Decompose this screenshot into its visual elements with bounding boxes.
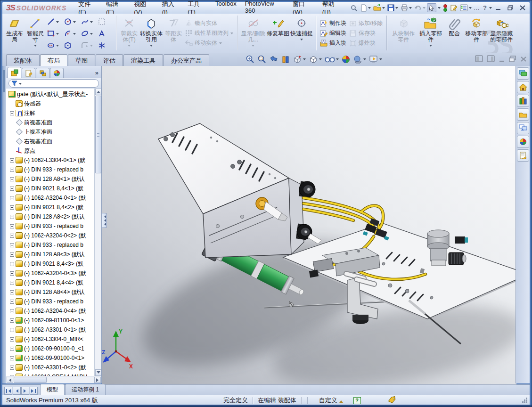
- tree-item[interactable]: (-) 1062-A3204-0<2> (默: [6, 231, 94, 240]
- tree-item[interactable]: (-) DIN 128 A8<4> (默认: [6, 287, 94, 297]
- tree-item[interactable]: 注解: [6, 108, 94, 118]
- knob-upper[interactable]: [299, 181, 315, 198]
- offset-entities-button[interactable]: 等距实体: [164, 14, 183, 52]
- dropdown-caret[interactable]: [252, 45, 254, 48]
- units-caret[interactable]: [339, 399, 343, 403]
- filter-caret[interactable]: [19, 83, 22, 86]
- scroll-right-button[interactable]: [94, 377, 101, 383]
- tree-item[interactable]: (-) 1062-09-90100-0_<1: [6, 344, 94, 353]
- tab-assembly[interactable]: 装配体: [6, 54, 40, 67]
- expand-toggle[interactable]: [10, 347, 14, 351]
- panel-overflow-chevron[interactable]: »: [92, 69, 101, 78]
- tree-item[interactable]: 传感器: [6, 99, 94, 108]
- last-tab-button[interactable]: [30, 387, 38, 395]
- toggle-states-icon[interactable]: [442, 4, 449, 12]
- insert-components-button[interactable]: 插入零部件: [418, 14, 443, 52]
- tags-icon[interactable]: [387, 396, 397, 405]
- quick-snaps-button[interactable]: 快速捕捉: [290, 14, 313, 52]
- dropdown-caret[interactable]: [128, 45, 131, 48]
- expand-toggle[interactable]: [10, 375, 14, 376]
- view-palette-tab[interactable]: [517, 122, 529, 134]
- expand-toggle[interactable]: [10, 309, 14, 313]
- undo-button[interactable]: [413, 4, 426, 12]
- zoom-to-fit-button[interactable]: [246, 55, 254, 64]
- view-settings-button[interactable]: [369, 55, 382, 64]
- select-entities-tool[interactable]: [97, 16, 114, 28]
- tree-item[interactable]: (-) DIN 933 - replaced b: [6, 297, 94, 306]
- scroll-left-button[interactable]: [7, 377, 13, 383]
- tree-item[interactable]: (-) DIN 9021 8,4<2> (默: [6, 203, 94, 212]
- slot-tool[interactable]: [46, 40, 63, 51]
- generate-layout-button[interactable]: 生成布局: [5, 14, 25, 52]
- units-selector[interactable]: 自定义: [319, 396, 337, 405]
- expand-toggle[interactable]: [10, 300, 14, 304]
- apply-scene-button[interactable]: [353, 55, 366, 64]
- tree-item[interactable]: (-) DIN 128 A8<3> (默认: [6, 250, 94, 259]
- show-left-pane-button[interactable]: [475, 55, 483, 64]
- tree-item[interactable]: 上视基准面: [6, 127, 94, 137]
- dropdown-caret[interactable]: [429, 45, 432, 48]
- motion-study-tab[interactable]: 运动算例 1: [65, 384, 106, 395]
- previous-view-button[interactable]: [269, 55, 278, 64]
- edit-block-button[interactable]: 编辑块: [320, 29, 346, 37]
- configuration-manager-tab[interactable]: [36, 68, 49, 78]
- forum-tab[interactable]: [517, 67, 529, 80]
- expand-toggle[interactable]: [10, 187, 14, 191]
- text-tool[interactable]: [97, 28, 114, 40]
- sketch-point-tool[interactable]: [97, 40, 114, 51]
- make-part-from-block-button[interactable]: 从块制作零件: [390, 14, 417, 52]
- expand-toggle[interactable]: [10, 243, 14, 247]
- hide-show-items-button[interactable]: [325, 56, 339, 63]
- doc-restore-button[interactable]: [509, 56, 516, 64]
- tab-sketch[interactable]: 草图: [68, 54, 95, 67]
- tree-item[interactable]: (-) 196912 CPE14-M1BH: [6, 372, 94, 376]
- tree-item[interactable]: (-) DIN 9021 8,4<3> (默: [6, 259, 94, 269]
- tab-layout[interactable]: 布局: [40, 54, 67, 67]
- tree-item[interactable]: (-) 1062-A3204-0<3> (默: [6, 269, 94, 278]
- smart-dimension-button[interactable]: 智能尺寸: [25, 14, 45, 52]
- expand-toggle[interactable]: [10, 168, 14, 172]
- first-tab-button[interactable]: [4, 387, 12, 395]
- mirror-entities-button[interactable]: 镜向实体: [185, 19, 233, 27]
- expand-toggle[interactable]: [10, 224, 14, 228]
- convert-entities-button[interactable]: 转换实体引用: [140, 14, 163, 52]
- ellipse-tool[interactable]: [80, 28, 97, 40]
- make-block-button[interactable]: 制作块: [320, 19, 346, 27]
- print-button[interactable]: [400, 4, 413, 12]
- zoom-to-area-button[interactable]: [257, 55, 266, 64]
- dropdown-caret[interactable]: [300, 39, 303, 42]
- file-explorer-tab[interactable]: [517, 108, 529, 121]
- mate-button[interactable]: 配合: [444, 14, 464, 52]
- select-tool-caret[interactable]: [437, 5, 442, 11]
- expand-toggle[interactable]: [10, 271, 14, 276]
- expand-toggle[interactable]: [10, 337, 14, 342]
- tab-evaluate[interactable]: 评估: [96, 54, 123, 67]
- scrollbar-thumb[interactable]: [14, 377, 47, 383]
- tree-item[interactable]: (-) 1062-L3304-0<1> (默: [6, 155, 94, 165]
- dropdown-caret[interactable]: [34, 45, 37, 48]
- expand-toggle[interactable]: [10, 356, 14, 360]
- fillet-tool[interactable]: [80, 40, 97, 51]
- expand-toggle[interactable]: [10, 196, 14, 200]
- dropdown-caret[interactable]: [150, 45, 153, 48]
- expand-toggle[interactable]: [10, 366, 14, 370]
- explode-block-button[interactable]: 爆炸块: [349, 39, 383, 47]
- open-document-button[interactable]: [372, 4, 386, 12]
- expand-toggle[interactable]: [10, 262, 14, 266]
- tree-item[interactable]: (-) 1062-A3204-0<1> (默: [6, 193, 94, 203]
- display-style-button[interactable]: [309, 55, 322, 64]
- tree-filter-input[interactable]: [8, 79, 99, 88]
- tree-item[interactable]: (-) DIN 933 - replaced b: [6, 240, 94, 250]
- search-icon[interactable]: [349, 4, 359, 12]
- scroll-up-button[interactable]: [95, 89, 101, 95]
- tree-item[interactable]: (-) DIN 9021 8,4<1> (默: [6, 184, 94, 193]
- panel-splitter-handle[interactable]: [102, 213, 107, 228]
- options-button[interactable]: [459, 4, 473, 12]
- insert-block-button[interactable]: 插入块: [320, 39, 346, 47]
- next-tab-button[interactable]: [21, 387, 29, 395]
- expand-toggle[interactable]: [10, 177, 14, 181]
- expand-toggle[interactable]: [10, 290, 14, 294]
- tree-item[interactable]: (-) 1062-A3204-0<4> (默: [6, 306, 94, 316]
- property-manager-tab[interactable]: [22, 68, 35, 78]
- tree-item[interactable]: (-) DIN 933 - replaced b: [6, 221, 94, 231]
